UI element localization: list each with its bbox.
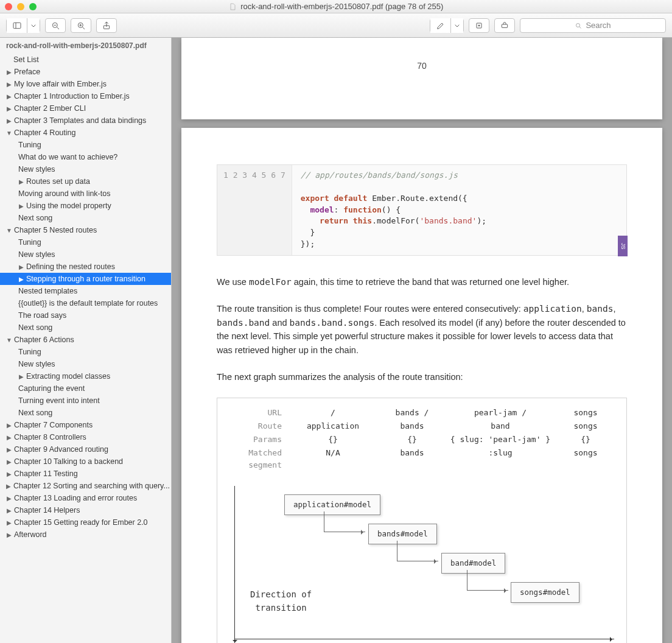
outline-item-label: Tuning xyxy=(18,141,41,149)
outline-item-label: {{outlet}} is the default template for r… xyxy=(18,299,158,307)
outline-item[interactable]: Tuning xyxy=(0,236,171,248)
outline-item[interactable]: ▶Chapter 1 Introduction to Ember.js xyxy=(0,90,171,102)
code-block: 1 2 3 4 5 6 7 // app/routes/bands/band/s… xyxy=(217,164,627,256)
outline-item[interactable]: ▼Chapter 5 Nested routes xyxy=(0,224,171,236)
outline-item[interactable]: Set List xyxy=(0,54,171,66)
outline-item[interactable]: ▼Chapter 6 Actions xyxy=(0,334,171,346)
share-button[interactable] xyxy=(96,18,117,33)
annotate-menu-button[interactable] xyxy=(451,18,463,33)
outline-item[interactable]: Moving around with link-tos xyxy=(0,188,171,200)
outline-item[interactable]: Nested templates xyxy=(0,285,171,297)
outline-item[interactable]: ▶Defining the nested routes xyxy=(0,261,171,273)
toolbar: Search xyxy=(0,13,672,38)
outline-item[interactable]: Tuning xyxy=(0,139,171,151)
chevron-right-icon: ▶ xyxy=(6,519,12,526)
sidebar-filename: rock-and-roll-with-emberjs-20150807.pdf xyxy=(0,38,171,54)
chevron-right-icon: ▶ xyxy=(6,507,12,514)
chevron-right-icon: ▶ xyxy=(6,434,12,441)
outline-item-label: Chapter 11 Testing xyxy=(14,469,78,478)
outline-item[interactable]: Turning event into intent xyxy=(0,395,171,407)
page-number: 70 xyxy=(181,61,662,71)
search-input[interactable]: Search xyxy=(520,18,666,33)
chevron-right-icon: ▶ xyxy=(18,264,24,270)
outline-item[interactable]: ▶My love affair with Ember.js xyxy=(0,78,171,90)
outline-item[interactable]: New styles xyxy=(0,358,171,370)
outline-item-label: Chapter 15 Getting ready for Ember 2.0 xyxy=(14,518,148,527)
outline-item-label: Chapter 3 Templates and data bindings xyxy=(14,116,146,125)
document-icon xyxy=(229,3,236,10)
outline-item[interactable]: Next song xyxy=(0,322,171,334)
chevron-right-icon: ▶ xyxy=(6,105,12,112)
outline-item[interactable]: ▶Stepping through a router transition xyxy=(0,273,171,285)
outline-item[interactable]: ▶Chapter 7 Components xyxy=(0,419,171,431)
code-lines: // app/routes/bands/band/songs.js export… xyxy=(292,165,626,255)
highlight-button[interactable] xyxy=(430,18,451,33)
chevron-down-icon: ▼ xyxy=(6,130,12,136)
sidebar-toggle-button[interactable] xyxy=(7,18,27,33)
outline-item-label: Routes set up data xyxy=(26,177,90,186)
outline-item[interactable]: ▼Chapter 4 Routing xyxy=(0,127,171,139)
outline-item[interactable]: Next song xyxy=(0,212,171,224)
outline-sidebar[interactable]: rock-and-roll-with-emberjs-20150807.pdf … xyxy=(0,38,172,643)
view-mode-group xyxy=(6,18,40,33)
outline-item[interactable]: Next song xyxy=(0,407,171,419)
outline-item[interactable]: ▶Chapter 12 Sorting and searching with q… xyxy=(0,480,171,492)
outline-item[interactable]: New styles xyxy=(0,248,171,261)
pdf-page: 1 2 3 4 5 6 7 // app/routes/bands/band/s… xyxy=(181,128,662,643)
annotate-group xyxy=(430,18,464,33)
window-titlebar: rock-and-roll-with-emberjs-20150807.pdf … xyxy=(0,0,672,13)
rotate-button[interactable] xyxy=(469,18,489,33)
outline-item[interactable]: {{outlet}} is the default template for r… xyxy=(0,297,171,309)
outline-item[interactable]: The road says xyxy=(0,309,171,322)
chevron-down-icon: ▼ xyxy=(6,227,12,234)
outline-item-label: My love affair with Ember.js xyxy=(14,80,107,88)
outline-item-label: Capturing the event xyxy=(18,384,85,393)
outline-item[interactable]: New styles xyxy=(0,163,171,175)
outline-item-label: Chapter 7 Components xyxy=(14,421,93,429)
svg-point-13 xyxy=(576,23,580,27)
outline-item[interactable]: ▶Chapter 3 Templates and data bindings xyxy=(0,114,171,127)
outline-item[interactable]: What do we want to achieve? xyxy=(0,151,171,163)
outline-item[interactable]: ▶Chapter 2 Ember CLI xyxy=(0,102,171,114)
view-mode-menu-button[interactable] xyxy=(27,18,40,33)
flow-node: songs#model xyxy=(511,582,579,602)
outline-item[interactable]: ▶Chapter 9 Advanced routing xyxy=(0,443,171,455)
outline-item[interactable]: Capturing the event xyxy=(0,382,171,395)
outline-item-label: Preface xyxy=(14,68,40,76)
outline-item[interactable]: ▶Chapter 14 Helpers xyxy=(0,504,171,516)
outline-item-label: Chapter 10 Talking to a backend xyxy=(14,457,123,466)
outline-item-label: New styles xyxy=(18,165,55,174)
chevron-right-icon: ▶ xyxy=(6,118,12,124)
chevron-down-icon: ▼ xyxy=(6,337,12,343)
svg-line-3 xyxy=(57,27,59,29)
outline-item[interactable]: ▶Chapter 11 Testing xyxy=(0,468,171,480)
outline-item[interactable]: ▶Chapter 15 Getting ready for Ember 2.0 xyxy=(0,516,171,529)
flow-node: application#model xyxy=(284,494,380,515)
outline-item[interactable]: ▶Chapter 8 Controllers xyxy=(0,431,171,443)
outline-item[interactable]: ▶Using the model property xyxy=(0,200,171,212)
outline-item[interactable]: ▶Extracting model classes xyxy=(0,370,171,382)
svg-rect-0 xyxy=(13,23,21,28)
outline-item[interactable]: ▶Chapter 13 Loading and error routes xyxy=(0,492,171,504)
outline-item-label: Extracting model classes xyxy=(26,372,110,381)
outline-item[interactable]: ▶Preface xyxy=(0,66,171,78)
zoom-out-button[interactable] xyxy=(45,18,66,33)
search-placeholder: Search xyxy=(586,21,611,30)
outline-item[interactable]: ▶Chapter 10 Talking to a backend xyxy=(0,455,171,468)
document-viewport[interactable]: 70 1 2 3 4 5 6 7 // app/routes/bands/ban… xyxy=(172,38,672,643)
zoom-in-button[interactable] xyxy=(71,18,91,33)
outline-item-label: Tuning xyxy=(18,348,41,356)
route-diagram: URL / bands / pearl-jam / songs Route ap… xyxy=(217,398,627,643)
outline-item[interactable]: ▶Afterword xyxy=(0,529,171,541)
chevron-right-icon: ▶ xyxy=(6,495,12,502)
chevron-right-icon: ▶ xyxy=(18,373,24,380)
outline-item-label: Chapter 8 Controllers xyxy=(14,433,86,441)
outline-item[interactable]: Tuning xyxy=(0,346,171,358)
code-gutter: 1 2 3 4 5 6 7 xyxy=(217,165,292,255)
chevron-right-icon: ▶ xyxy=(6,93,12,100)
markup-button[interactable] xyxy=(494,18,515,33)
chevron-right-icon: ▶ xyxy=(6,446,12,453)
outline-item[interactable]: ▶Routes set up data xyxy=(0,175,171,188)
outline-item-label: Chapter 12 Sorting and searching with qu… xyxy=(13,482,170,490)
chevron-right-icon: ▶ xyxy=(6,81,12,88)
